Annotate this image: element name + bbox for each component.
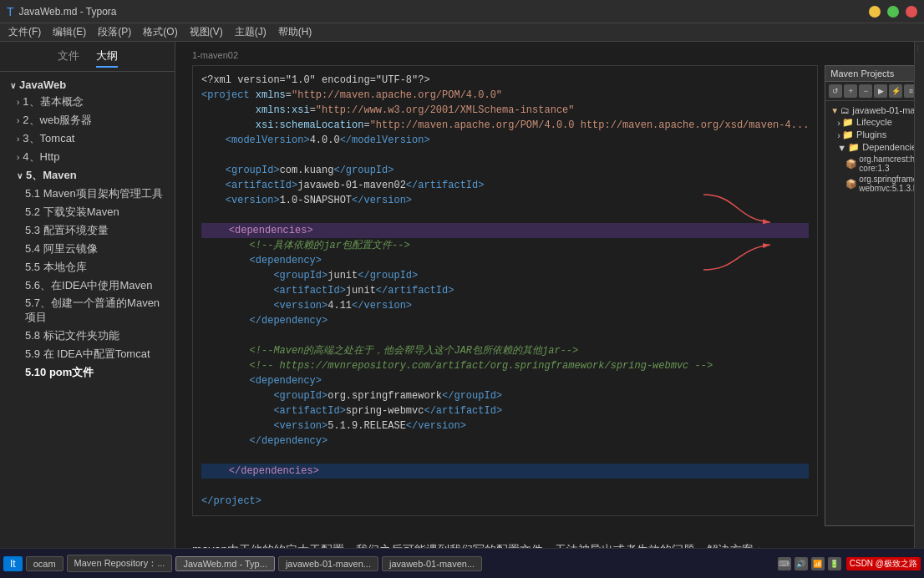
- menu-item-v[interactable]: 视图(V): [185, 23, 228, 41]
- taskbar-item-maven-repo[interactable]: Maven Repository：...: [67, 555, 173, 572]
- refresh-btn[interactable]: ↺: [829, 84, 842, 98]
- remove-btn[interactable]: −: [859, 84, 872, 98]
- menu-item-o[interactable]: 格式(O): [138, 23, 182, 41]
- maven-dep-springmvc[interactable]: 📦 org.springframework:spring-webmvc:5.1.…: [827, 174, 914, 194]
- taskbar-item-ocam[interactable]: ocam: [26, 556, 63, 571]
- maven-dep-hamcrest-label: org.hamcrest:hamcrest-core:1.3: [859, 155, 914, 173]
- code-line-22: <groupId>org.springframework</groupId>: [201, 388, 809, 403]
- sidebar-item-maven[interactable]: ∨5、Maven: [0, 166, 175, 185]
- code-line-25: </dependency>: [201, 434, 809, 449]
- folder-icon: ▼: [830, 106, 839, 115]
- taskbar-item-javaweb-maven2[interactable]: javaweb-01-maven...: [382, 556, 482, 571]
- maven-dependencies-label: 📁 Dependencies: [848, 142, 914, 153]
- code-line-7: <groupId>com.kuang</groupId>: [201, 163, 809, 178]
- sidebar-item-maven-58[interactable]: 5.8 标记文件夹功能: [0, 327, 175, 345]
- folder-expand-icon: ›: [837, 118, 840, 128]
- tab-outline[interactable]: 大纲: [96, 48, 118, 68]
- code-block: <?xml version="1.0" encoding="UTF-8"?> <…: [192, 65, 818, 516]
- run-btn[interactable]: ▶: [874, 84, 887, 98]
- maven-projects-panel: Maven Projects 📌 ✕ ↺ + − ▶ ⚡ ≡ ⚙: [825, 65, 914, 526]
- code-line-29: </project>: [201, 494, 809, 509]
- code-section: <?xml version="1.0" encoding="UTF-8"?> <…: [192, 65, 897, 526]
- taskbar-item-javaweb[interactable]: JavaWeb.md - Typ...: [175, 556, 274, 571]
- lightning-btn[interactable]: ⚡: [889, 84, 902, 98]
- code-line-18: [201, 328, 809, 343]
- taskbar: It ocam Maven Repository：... JavaWeb.md …: [0, 548, 924, 578]
- arrow-icon: ∨: [10, 81, 16, 90]
- code-main: <?xml version="1.0" encoding="UTF-8"?> <…: [192, 65, 818, 526]
- code-line-13: <dependency>: [201, 253, 809, 268]
- maven-panel-header: Maven Projects 📌 ✕: [825, 66, 914, 82]
- code-line-9: <version>1.0-SNAPSHOT</version>: [201, 193, 809, 208]
- title-bar: T JavaWeb.md - Typora: [0, 0, 924, 23]
- code-line-14: <groupId>junit</groupId>: [201, 268, 809, 283]
- sidebar-item-http[interactable]: ›4、Http: [0, 148, 175, 166]
- tray-icon-2: 🔊: [795, 557, 808, 570]
- sidebar-item-maven-57[interactable]: 5.7、创建一个普通的Maven项目: [0, 295, 175, 327]
- maven-root-label: 🗂 javaweb-01-maven02: [840, 105, 914, 115]
- right-sidebar: ...: [914, 42, 924, 555]
- minimize-button[interactable]: [869, 6, 881, 18]
- package-icon: 📦: [845, 159, 857, 170]
- maven-plugins[interactable]: › 📁 Plugins: [827, 129, 914, 141]
- menu-btn[interactable]: ≡: [904, 84, 914, 98]
- sidebar-item-maven-510[interactable]: 5.10 pom文件: [0, 363, 175, 382]
- code-line-12: <!--具体依赖的jar包配置文件-->: [201, 238, 809, 253]
- title-bar-controls: [869, 6, 917, 18]
- start-label: It: [10, 558, 16, 570]
- sidebar-item-maven-59[interactable]: 5.9 在 IDEA中配置Tomcat: [0, 345, 175, 363]
- maximize-button[interactable]: [887, 6, 899, 18]
- menu-item-p[interactable]: 段落(P): [93, 23, 136, 41]
- menu-item-j[interactable]: 主题(J): [230, 23, 272, 41]
- menu-item-h[interactable]: 帮助(H): [273, 23, 317, 41]
- arrow-icon: ›: [17, 153, 19, 162]
- window-title: JavaWeb.md - Typora: [19, 6, 117, 18]
- arrow-icon: ›: [17, 134, 19, 144]
- title-bar-left: T JavaWeb.md - Typora: [7, 5, 117, 18]
- tray-icon-3: 📶: [811, 557, 825, 570]
- main-layout: 文件 大纲 ∨JavaWeb ›1、基本概念 ›2、web服务器 ›3、Tomc…: [0, 42, 924, 555]
- close-button[interactable]: [906, 6, 917, 18]
- code-line-1: <?xml version="1.0" encoding="UTF-8"?>: [201, 73, 809, 88]
- code-line-28: [201, 479, 809, 494]
- menu-item-f[interactable]: 文件(F): [3, 23, 46, 41]
- code-line-23: <artifactId>spring-webmvc</artifactId>: [201, 403, 809, 418]
- content-area: 1-maven02 <?xml version="1.0" encoding="…: [175, 42, 914, 555]
- sidebar-item-basic-concept[interactable]: ›1、基本概念: [0, 93, 175, 111]
- sidebar-item-maven-54[interactable]: 5.4 阿里云镜像: [0, 240, 175, 258]
- sidebar-item-tomcat[interactable]: ›3、Tomcat: [0, 129, 175, 148]
- sidebar-item-maven-51[interactable]: 5.1 Maven项目架构管理工具: [0, 185, 175, 203]
- tab-file[interactable]: 文件: [58, 48, 79, 68]
- arrow-icon: ∨: [17, 171, 23, 180]
- code-line-4: xsi:schemaLocation="http://maven.apache.…: [201, 118, 809, 133]
- maven-tree: ▼ 🗂 javaweb-01-maven02 › 📁 Lifecycle › 📁…: [825, 101, 914, 197]
- menu-item-e[interactable]: 编辑(E): [48, 23, 91, 41]
- maven-lifecycle[interactable]: › 📁 Lifecycle: [827, 116, 914, 129]
- tray-icon-1: ⌨: [778, 557, 791, 570]
- sidebar-item-javaweb[interactable]: ∨JavaWeb: [0, 77, 175, 93]
- add-btn[interactable]: +: [844, 84, 857, 98]
- sidebar-item-maven-55[interactable]: 5.5 本地仓库: [0, 258, 175, 276]
- maven-panel-title: Maven Projects: [830, 68, 894, 79]
- maven-plugins-label: 📁 Plugins: [842, 129, 886, 140]
- maven-tree-root[interactable]: ▼ 🗂 javaweb-01-maven02: [827, 104, 914, 116]
- sidebar-item-maven-56[interactable]: 5.6、在IDEA中使用Maven: [0, 276, 175, 295]
- right-side-label: ...: [916, 45, 924, 52]
- arrow-icon: ›: [17, 98, 19, 107]
- sidebar-item-maven-52[interactable]: 5.2 下载安装Maven: [0, 203, 175, 221]
- code-line-6: [201, 148, 809, 163]
- code-line-19: <!--Maven的高端之处在于，他会帮导入这个JAR包所依赖的其他jar-->: [201, 343, 809, 358]
- sidebar-item-maven-53[interactable]: 5.3 配置环境变量: [0, 221, 175, 240]
- code-line-21: <dependency>: [201, 373, 809, 388]
- sidebar-header: 文件 大纲: [0, 42, 175, 72]
- code-line-3: xmlns:xsi="http://www.w3.org/2001/XMLSch…: [201, 103, 809, 118]
- maven-dep-hamcrest[interactable]: 📦 org.hamcrest:hamcrest-core:1.3: [827, 154, 914, 174]
- taskbar-item-javaweb-maven1[interactable]: javaweb-01-maven...: [278, 556, 378, 571]
- sidebar-tree: ∨JavaWeb ›1、基本概念 ›2、web服务器 ›3、Tomcat ›4、…: [0, 72, 175, 387]
- start-button[interactable]: It: [3, 556, 23, 571]
- maven-dep-springmvc-label: org.springframework:spring-webmvc:5.1.3.…: [859, 175, 914, 193]
- code-line-27: </dependencies>: [201, 464, 809, 479]
- sidebar-item-web-server[interactable]: ›2、web服务器: [0, 111, 175, 129]
- maven-dependencies[interactable]: ▼ 📁 Dependencies: [827, 141, 914, 154]
- folder-expand-icon: ▼: [837, 143, 846, 153]
